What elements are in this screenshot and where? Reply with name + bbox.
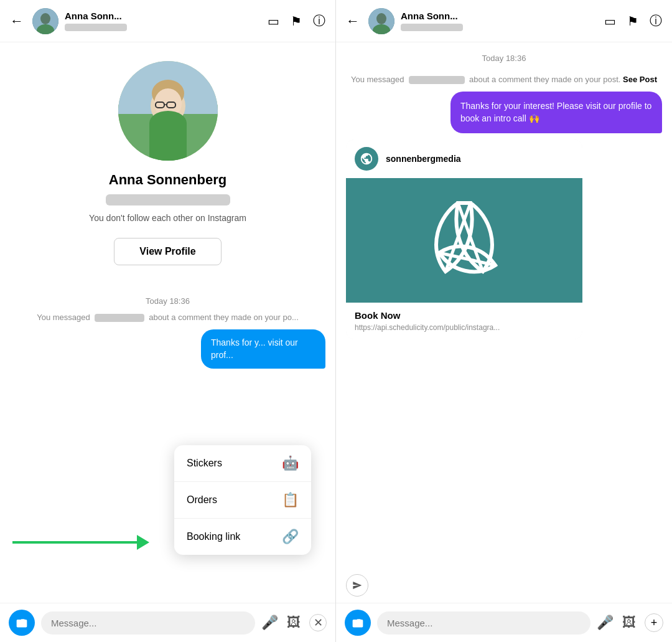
blurred-name-right	[409, 76, 465, 84]
right-bottom-bar: 🎤 🖼 +	[336, 603, 672, 642]
see-post-link[interactable]: See Post	[623, 75, 657, 84]
send-icon	[352, 580, 362, 590]
profile-avatar-image	[118, 61, 218, 161]
camera-icon	[16, 616, 28, 629]
left-bottom-bar: 🎤 🖼 ✕	[0, 603, 335, 642]
right-timestamp: Today 18:36	[346, 54, 662, 63]
send-button-row	[336, 574, 672, 603]
left-chat-bubble: Thanks for y... visit our prof...	[201, 329, 325, 369]
right-info-icon[interactable]: ⓘ	[650, 12, 662, 29]
back-button[interactable]: ←	[10, 13, 24, 29]
avatar[interactable]	[32, 8, 58, 34]
right-notification-before: You messaged	[351, 75, 404, 84]
notification-after: about a comment they made on your po...	[149, 313, 299, 322]
back-button-right[interactable]: ←	[346, 13, 360, 29]
avatar-right[interactable]	[368, 8, 394, 34]
profile-blurred-info	[106, 194, 230, 205]
right-header-icons: ▭ ⚑ ⓘ	[604, 12, 662, 29]
svg-point-1	[40, 13, 50, 24]
context-menu-booking-link[interactable]: Booking link 🔗	[174, 519, 311, 555]
close-icon-left[interactable]: ✕	[309, 614, 327, 631]
right-flag-icon[interactable]: ⚑	[627, 14, 638, 29]
left-bubble-row: Thanks for y... visit our prof...	[10, 329, 325, 369]
link-card-globe-icon	[355, 147, 378, 171]
flag-icon[interactable]: ⚑	[291, 14, 302, 29]
plus-button[interactable]: +	[645, 613, 663, 632]
right-notification-after: about a comment they made on your post.	[469, 75, 621, 84]
send-button[interactable]	[346, 574, 368, 597]
message-input-left[interactable]	[41, 611, 255, 635]
profile-follow-text: You don't follow each other on Instagram	[89, 213, 246, 223]
blurred-name-left	[95, 314, 144, 322]
link-card-footer: Book Now https://api.schedulicity.com/pu…	[346, 303, 582, 339]
svg-rect-18	[383, 178, 545, 303]
booking-link-icon: 🔗	[282, 529, 299, 545]
leaf-logo	[383, 178, 545, 303]
right-header-sub-blurred	[401, 24, 463, 31]
view-profile-button[interactable]: View Profile	[114, 238, 221, 265]
left-timestamp: Today 18:36	[10, 296, 325, 306]
right-bottom-icons: 🎤 🖼 +	[597, 613, 663, 632]
image-icon-right[interactable]: 🖼	[622, 615, 636, 631]
arrow-head	[137, 535, 149, 550]
left-msg-notification: You messaged about a comment they made o…	[10, 312, 325, 323]
link-card[interactable]: sonnenbergmedia	[346, 139, 582, 339]
notification-before: You messaged	[37, 313, 90, 322]
left-panel: ← Anna Sonn... ▭ ⚑ ⓘ	[0, 0, 336, 642]
profile-section: Anna Sonnenberg You don't follow each ot…	[0, 42, 335, 278]
camera-icon-right	[352, 616, 364, 629]
right-bubble-row: Thanks for your interest! Please visit o…	[346, 92, 662, 133]
avatar-image	[32, 8, 58, 34]
link-card-url: https://api.schedulicity.com/public/inst…	[355, 323, 574, 332]
right-video-call-icon[interactable]: ▭	[604, 14, 616, 29]
arrow-line	[12, 541, 137, 544]
profile-avatar-large	[118, 61, 218, 161]
orders-icon: 📋	[282, 492, 299, 508]
camera-button-right[interactable]	[345, 610, 371, 636]
left-bottom-icons: 🎤 🖼 ✕	[261, 614, 327, 631]
context-menu-orders[interactable]: Orders 📋	[174, 482, 311, 519]
context-menu-stickers[interactable]: Stickers 🤖	[174, 445, 311, 482]
svg-point-16	[376, 13, 386, 24]
message-input-right[interactable]	[377, 611, 590, 635]
video-call-icon[interactable]: ▭	[268, 14, 279, 29]
image-icon-left[interactable]: 🖼	[287, 615, 301, 631]
green-arrow	[12, 535, 149, 550]
orders-label: Orders	[187, 494, 217, 506]
right-chat-area: Today 18:36 You messaged about a comment…	[336, 42, 672, 574]
header-info: Anna Sonn...	[65, 11, 261, 31]
profile-name: Anna Sonnenberg	[109, 172, 226, 188]
stickers-icon: 🤖	[282, 455, 299, 471]
stickers-label: Stickers	[187, 458, 222, 469]
right-header-info: Anna Sonn...	[401, 11, 598, 31]
booking-link-label: Booking link	[187, 531, 240, 542]
info-icon[interactable]: ⓘ	[313, 12, 325, 29]
link-card-image	[346, 178, 582, 303]
avatar-image-right	[368, 8, 394, 34]
right-panel: ← Anna Sonn... ▭ ⚑ ⓘ Today 18:36 You mes…	[336, 0, 672, 642]
link-card-username: sonnenbergmedia	[386, 154, 461, 164]
right-header: ← Anna Sonn... ▭ ⚑ ⓘ	[336, 0, 672, 42]
camera-button[interactable]	[9, 610, 35, 636]
right-msg-notification: You messaged about a comment they made o…	[346, 74, 662, 85]
context-menu: Stickers 🤖 Orders 📋 Booking link 🔗	[174, 445, 311, 555]
link-card-title: Book Now	[355, 310, 574, 321]
mic-icon-right[interactable]: 🎤	[597, 615, 614, 631]
mic-icon-left[interactable]: 🎤	[261, 615, 278, 631]
svg-rect-13	[149, 123, 187, 161]
right-chat-bubble: Thanks for your interest! Please visit o…	[450, 92, 662, 133]
left-header: ← Anna Sonn... ▭ ⚑ ⓘ	[0, 0, 335, 42]
link-card-header: sonnenbergmedia	[346, 139, 582, 178]
header-icons: ▭ ⚑ ⓘ	[268, 12, 325, 29]
header-sub-blurred	[65, 24, 127, 31]
header-name: Anna Sonn...	[65, 11, 261, 21]
globe-icon	[360, 152, 373, 166]
right-header-name: Anna Sonn...	[401, 11, 598, 21]
